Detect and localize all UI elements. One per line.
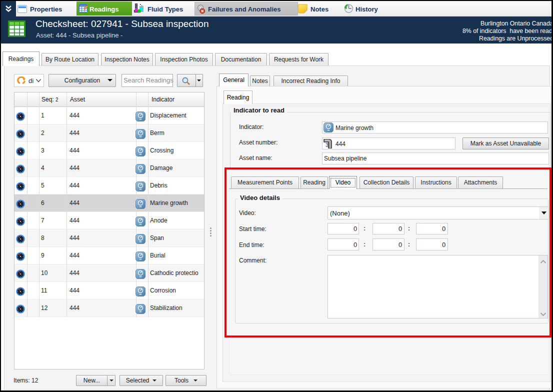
svg-text:3: 3 [326, 142, 328, 148]
